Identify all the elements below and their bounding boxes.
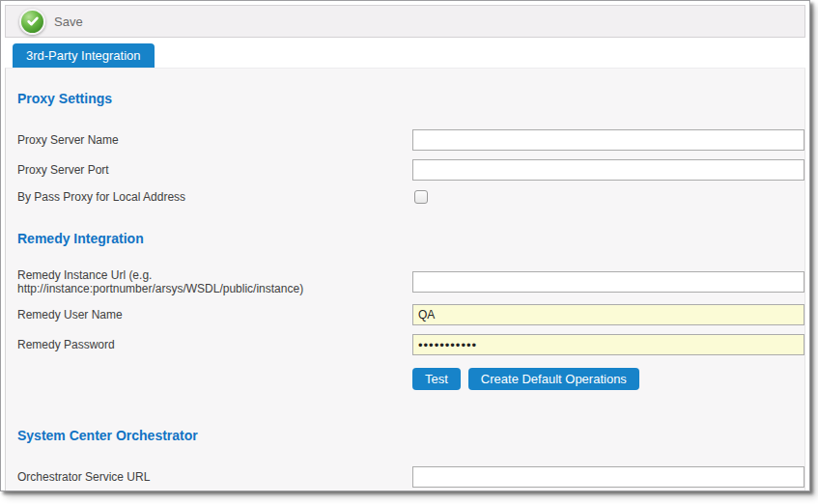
create-default-operations-button[interactable]: Create Default Operations [468, 368, 639, 390]
proxy-server-name-label: Proxy Server Name [17, 133, 412, 147]
remedy-buttons-row: Test Create Default Operations [6, 368, 804, 390]
proxy-server-port-row: Proxy Server Port [6, 159, 804, 181]
remedy-user-name-input[interactable] [412, 304, 804, 325]
orchestrator-service-url-label: Orchestrator Service URL [17, 470, 412, 484]
save-check-icon [19, 9, 45, 35]
remedy-integration-heading: Remedy Integration [6, 205, 804, 246]
proxy-server-port-input[interactable] [412, 159, 804, 181]
remedy-password-label: Remedy Password [17, 338, 412, 351]
proxy-server-name-row: Proxy Server Name [6, 129, 804, 151]
toolbar: Save [5, 5, 805, 38]
bypass-proxy-checkbox[interactable] [414, 190, 428, 204]
remedy-instance-url-label: Remedy Instance Url (e.g. http://instanc… [17, 268, 412, 295]
save-button[interactable]: Save [17, 7, 89, 37]
save-button-label: Save [54, 14, 83, 29]
orchestrator-service-url-row: Orchestrator Service URL [6, 466, 804, 488]
tab-row: 3rd-Party Integration [13, 43, 809, 68]
proxy-server-port-label: Proxy Server Port [17, 163, 412, 177]
bypass-proxy-label: By Pass Proxy for Local Address [17, 190, 412, 204]
proxy-settings-heading: Proxy Settings [6, 69, 804, 106]
proxy-server-name-input[interactable] [412, 129, 804, 151]
orchestrator-service-url-input[interactable] [412, 466, 804, 488]
remedy-user-name-row: Remedy User Name [6, 304, 804, 325]
remedy-password-row: Remedy Password [6, 334, 804, 355]
tab-3rd-party-integration[interactable]: 3rd-Party Integration [13, 43, 155, 68]
content-panel: Proxy Settings Proxy Server Name Proxy S… [5, 68, 805, 490]
test-button[interactable]: Test [412, 368, 461, 390]
remedy-instance-url-row: Remedy Instance Url (e.g. http://instanc… [6, 268, 804, 295]
remedy-instance-url-input[interactable] [412, 271, 804, 293]
remedy-user-name-label: Remedy User Name [17, 308, 412, 322]
remedy-password-input[interactable] [412, 334, 804, 355]
bypass-proxy-row: By Pass Proxy for Local Address [6, 189, 804, 205]
settings-window: Save 3rd-Party Integration Proxy Setting… [0, 0, 810, 491]
system-center-orchestrator-heading: System Center Orchestrator [6, 390, 804, 443]
